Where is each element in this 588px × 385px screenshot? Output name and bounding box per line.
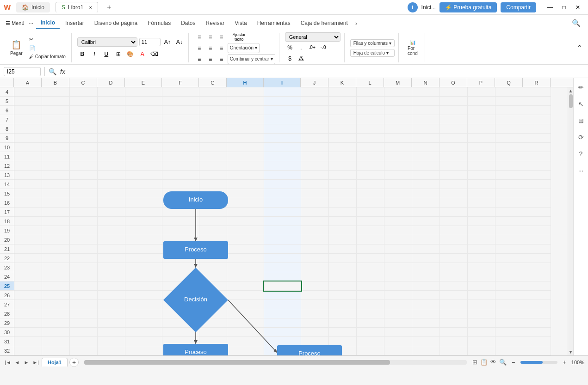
cell-32-6[interactable] — [199, 346, 227, 355]
search-button[interactable]: 🔍 — [568, 17, 584, 29]
cell-19-0[interactable] — [14, 226, 42, 235]
cell-21-4[interactable] — [125, 244, 162, 254]
cell-18-2[interactable] — [70, 217, 98, 226]
cell-4-14[interactable] — [440, 87, 468, 97]
cell-31-15[interactable] — [468, 337, 495, 346]
cell-7-14[interactable] — [440, 115, 468, 124]
cell-21-3[interactable] — [98, 244, 125, 254]
cell-24-16[interactable] — [495, 272, 523, 281]
cell-11-15[interactable] — [468, 152, 495, 161]
cell-4-6[interactable] — [199, 87, 227, 97]
cell-28-1[interactable] — [42, 309, 70, 318]
cell-14-11[interactable] — [357, 180, 384, 189]
cell-25-2[interactable] — [70, 281, 98, 291]
cell-12-12[interactable] — [384, 161, 412, 171]
cell-8-6[interactable] — [199, 124, 227, 134]
align-bot-left[interactable]: ≡ — [194, 54, 204, 64]
cell-24-10[interactable] — [329, 272, 357, 281]
cell-10-9[interactable] — [301, 143, 329, 152]
cell-27-2[interactable] — [70, 300, 98, 309]
cell-11-12[interactable] — [384, 152, 412, 161]
cell-31-7[interactable] — [227, 337, 264, 346]
cell-10-5[interactable] — [162, 143, 199, 152]
ribbon-tab-vista[interactable]: Vista — [230, 18, 251, 28]
cell-4-12[interactable] — [384, 87, 412, 97]
cell-25-7[interactable] — [227, 281, 264, 291]
zoom-in-button[interactable]: + — [559, 357, 569, 367]
formula-input[interactable] — [69, 67, 584, 76]
cell-31-6[interactable] — [199, 337, 227, 346]
align-top-left[interactable]: ≡ — [194, 32, 204, 42]
cell-5-5[interactable] — [162, 97, 199, 106]
cell-23-8[interactable] — [264, 263, 301, 272]
right-panel-select-icon[interactable]: ↖ — [576, 98, 587, 110]
cell-16-6[interactable] — [199, 198, 227, 208]
italic-button[interactable]: I — [89, 49, 99, 59]
cell-25-5[interactable] — [162, 281, 199, 291]
cell-27-15[interactable] — [468, 300, 495, 309]
cell-19-15[interactable] — [468, 226, 495, 235]
cell-21-10[interactable] — [329, 244, 357, 254]
cell-17-11[interactable] — [357, 208, 384, 217]
cell-12-0[interactable] — [14, 161, 42, 171]
ribbon-tab-more[interactable]: › — [353, 18, 359, 29]
cell-6-3[interactable] — [98, 106, 125, 115]
cell-23-11[interactable] — [357, 263, 384, 272]
ribbon-tab-datos[interactable]: Datos — [176, 18, 200, 28]
cell-7-13[interactable] — [412, 115, 440, 124]
eraser-button[interactable]: ⌫ — [149, 49, 160, 59]
align-bot-right[interactable]: ≡ — [217, 54, 227, 64]
cell-13-3[interactable] — [98, 171, 125, 180]
cell-26-5[interactable] — [162, 291, 199, 300]
cell-20-2[interactable] — [70, 235, 98, 244]
zoom-formula-icon[interactable]: 🔍 — [49, 68, 56, 75]
cell-6-10[interactable] — [329, 106, 357, 115]
cell-22-15[interactable] — [468, 254, 495, 263]
cell-9-6[interactable] — [199, 134, 227, 143]
row-header-26[interactable]: 26 — [0, 291, 14, 300]
vertical-scrollbar[interactable]: ▲ ▼ — [568, 87, 573, 355]
cell-32-5[interactable] — [162, 346, 199, 355]
cell-21-1[interactable] — [42, 244, 70, 254]
borders-button[interactable]: ⊞ — [113, 49, 124, 59]
cell-4-11[interactable] — [357, 87, 384, 97]
cell-25-1[interactable] — [42, 281, 70, 291]
format-painter-button[interactable]: 🖌 Copiar formato — [27, 53, 68, 60]
cell-19-9[interactable] — [301, 226, 329, 235]
cell-20-11[interactable] — [357, 235, 384, 244]
cell-29-4[interactable] — [125, 318, 162, 328]
cell-9-13[interactable] — [412, 134, 440, 143]
right-panel-format-icon[interactable]: ⊞ — [576, 115, 587, 126]
add-tab-button[interactable]: + — [104, 2, 115, 13]
cell-23-1[interactable] — [42, 263, 70, 272]
cell-21-7[interactable] — [227, 244, 264, 254]
cell-11-6[interactable] — [199, 152, 227, 161]
cell-8-2[interactable] — [70, 124, 98, 134]
cell-9-11[interactable] — [357, 134, 384, 143]
cell-18-16[interactable] — [495, 217, 523, 226]
cell-23-10[interactable] — [329, 263, 357, 272]
cell-12-8[interactable] — [264, 161, 301, 171]
cell-25-11[interactable] — [357, 281, 384, 291]
cell-27-11[interactable] — [357, 300, 384, 309]
add-sheet-button[interactable]: + — [69, 358, 79, 367]
cell-16-15[interactable] — [468, 198, 495, 208]
cell-8-1[interactable] — [42, 124, 70, 134]
cell-14-2[interactable] — [70, 180, 98, 189]
cell-26-15[interactable] — [468, 291, 495, 300]
cell-28-2[interactable] — [70, 309, 98, 318]
cell-27-16[interactable] — [495, 300, 523, 309]
cell-29-1[interactable] — [42, 318, 70, 328]
ribbon-tab-formulas[interactable]: Fórmulas — [143, 18, 175, 28]
cell-5-8[interactable] — [264, 97, 301, 106]
cell-10-4[interactable] — [125, 143, 162, 152]
cell-24-5[interactable] — [162, 272, 199, 281]
cell-31-2[interactable] — [70, 337, 98, 346]
cell-10-10[interactable] — [329, 143, 357, 152]
cell-22-11[interactable] — [357, 254, 384, 263]
cell-30-12[interactable] — [384, 328, 412, 337]
cell-8-3[interactable] — [98, 124, 125, 134]
row-header-14[interactable]: 14 — [0, 180, 14, 189]
cell-15-1[interactable] — [42, 189, 70, 198]
cell-18-14[interactable] — [440, 217, 468, 226]
